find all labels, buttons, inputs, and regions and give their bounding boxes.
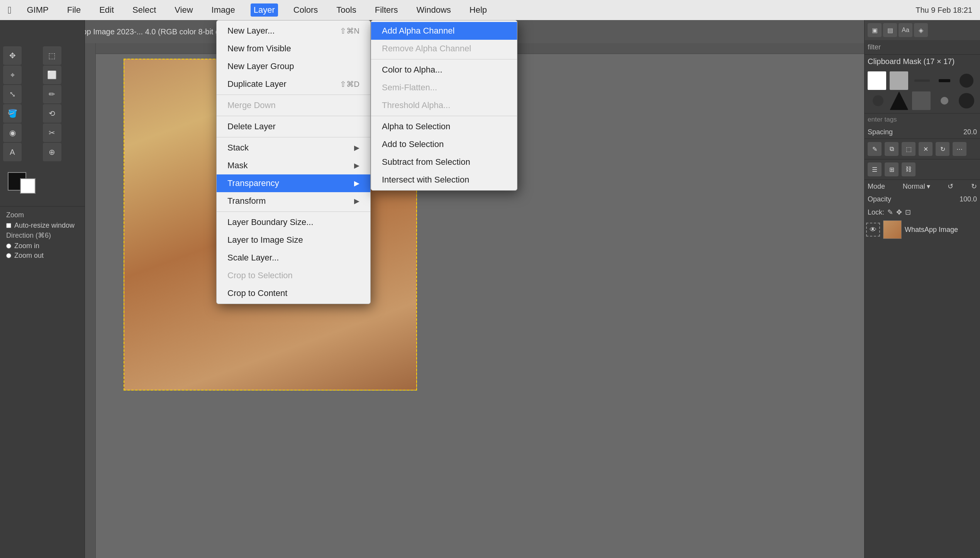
menu-item-layer-boundary-size[interactable]: Layer Boundary Size... [217,213,370,231]
menu-colors[interactable]: Colors [290,3,321,17]
opacity-value[interactable]: 100.0 [960,195,977,203]
tool-rect-select[interactable]: ⬚ [43,46,61,65]
layer-grid-btn[interactable]: ⊞ [885,162,899,176]
menu-item-new-from-visible[interactable]: New from Visible [217,40,370,57]
menu-item-scale-layer[interactable]: Scale Layer... [217,249,370,267]
submenu-item-subtract-from-selection[interactable]: Subtract from Selection [371,153,517,171]
brush-item[interactable] [890,71,908,90]
brush-edit-btn[interactable]: ✎ [868,142,882,156]
brush-refresh-btn[interactable]: ↻ [936,142,949,156]
menu-gimp[interactable]: GIMP [24,3,52,17]
layer-chain-btn[interactable]: ⛓ [902,162,916,176]
menu-item-merge-down: Merge Down [217,96,370,114]
menu-tools[interactable]: Tools [333,3,359,17]
tool-ellipse[interactable]: ◉ [3,123,22,142]
auto-resize-label: Auto-resize window [14,222,75,230]
shortcut-duplicate: ⇧⌘D [340,79,359,89]
brush-filter-input[interactable]: filter [865,40,980,55]
apple-menu[interactable]:  [8,4,12,16]
spacing-row: Spacing 20.0 [865,126,980,139]
menu-item-stack[interactable]: Stack ▶ [217,139,370,157]
brush-item[interactable] [868,71,886,90]
menu-item-delete-layer[interactable]: Delete Layer [217,118,370,135]
brush-item[interactable] [914,79,930,82]
right-panel-tabs: ▣ ▤ Aa ◈ [865,20,980,40]
tool-bucket-fill[interactable]: 🪣 [3,104,22,123]
brush-view-btn[interactable]: ⋯ [953,142,966,156]
brush-duplicate-btn[interactable]: ⧉ [885,142,899,156]
submenu-item-add-alpha[interactable]: Add Alpha Channel [371,22,517,40]
submenu-item-intersect-with-selection[interactable]: Intersect with Selection [371,171,517,189]
menu-time: Thu 9 Feb 18:21 [916,6,972,15]
menubar-right: Thu 9 Feb 18:21 [916,6,972,15]
menu-layer[interactable]: Layer [251,3,278,17]
menu-select[interactable]: Select [129,3,159,17]
brush-item[interactable] [890,91,908,110]
tab-gradients[interactable]: ▤ [883,23,897,37]
menu-item-mask[interactable]: Mask ▶ [217,157,370,174]
brush-item[interactable] [959,93,974,108]
zoom-in-label: Zoom in [14,242,39,250]
menu-view[interactable]: View [171,3,196,17]
menu-sep-2 [217,116,370,116]
brush-copy-btn[interactable]: ⬚ [902,142,916,156]
layer-list-btn[interactable]: ☰ [868,162,882,176]
menu-item-transparency[interactable]: Transparency ▶ [217,174,370,192]
tool-clone[interactable]: ⊕ [43,143,61,161]
tool-move[interactable]: ✥ [3,46,22,65]
tool-scissors[interactable]: ✂ [43,123,61,142]
menu-file[interactable]: File [64,3,84,17]
spacing-label: Spacing [868,128,893,136]
menu-item-crop-to-content[interactable]: Crop to Content [217,284,370,302]
menu-item-transform[interactable]: Transform ▶ [217,192,370,210]
menu-item-duplicate-layer[interactable]: Duplicate Layer ⇧⌘D [217,75,370,93]
brush-item[interactable] [912,91,931,110]
layer-visibility-icon[interactable]: 👁 [866,223,880,237]
submenu-item-color-to-alpha[interactable]: Color to Alpha... [371,61,517,79]
tool-rotate[interactable]: ⟲ [43,104,61,123]
background-color[interactable] [20,178,36,194]
brush-item[interactable] [941,97,948,105]
auto-resize-option[interactable]: Auto-resize window [6,222,78,230]
mode-dropdown-icon: ▾ [927,182,930,191]
tab-color[interactable]: ◈ [914,23,928,37]
menu-image[interactable]: Image [209,3,238,17]
menu-item-layer-to-image-size[interactable]: Layer to Image Size [217,231,370,249]
tool-scale[interactable]: ⤡ [3,85,22,103]
mode-redo-icon[interactable]: ↻ [971,182,977,191]
brush-delete-btn[interactable]: ✕ [919,142,933,156]
zoom-out-radio[interactable] [6,253,11,258]
zoom-title: Zoom [6,211,78,219]
submenu-item-alpha-to-selection[interactable]: Alpha to Selection [371,118,517,135]
left-toolbar: ✥ ⬚ ⌖ ⬜ ⤡ ✏ 🪣 ⟲ ◉ ✂ A ⊕ Zoom Auto-resize… [0,20,85,558]
zoom-out-option[interactable]: Zoom out [6,252,78,260]
layer-menu: New Layer... ⇧⌘N New from Visible New La… [216,20,371,304]
tags-input[interactable]: enter tags [865,113,980,126]
tool-text[interactable]: A [3,143,22,161]
tool-pencil[interactable]: ✏ [43,85,61,103]
tab-fonts[interactable]: Aa [899,23,912,37]
zoom-in-radio[interactable] [6,243,11,249]
auto-resize-checkbox[interactable] [6,223,11,228]
menu-filters[interactable]: Filters [372,3,401,17]
tab-patterns[interactable]: ▣ [868,23,882,37]
zoom-in-option[interactable]: Zoom in [6,242,78,250]
brush-item[interactable] [939,79,950,82]
menu-help[interactable]: Help [466,3,490,17]
brush-item[interactable] [873,95,883,106]
mode-select[interactable]: Normal ▾ [903,182,930,191]
menu-item-new-layer[interactable]: New Layer... ⇧⌘N [217,22,370,40]
ruler-vertical [85,43,96,558]
lock-paint-icon[interactable]: ✎ [887,208,893,216]
menu-windows[interactable]: Windows [414,3,454,17]
layer-name: WhatsApp Image [905,226,958,234]
menu-item-new-layer-group[interactable]: New Layer Group [217,57,370,75]
tool-free-select[interactable]: ⌖ [3,66,22,84]
menu-edit[interactable]: Edit [96,3,117,17]
tool-fuzzy-select[interactable]: ⬜ [43,66,61,84]
submenu-item-add-to-selection[interactable]: Add to Selection [371,135,517,153]
lock-move-icon[interactable]: ✥ [896,208,902,216]
lock-alpha-icon[interactable]: ⊡ [905,208,911,216]
mode-undo-icon[interactable]: ↺ [948,182,953,191]
brush-item[interactable] [960,74,973,88]
